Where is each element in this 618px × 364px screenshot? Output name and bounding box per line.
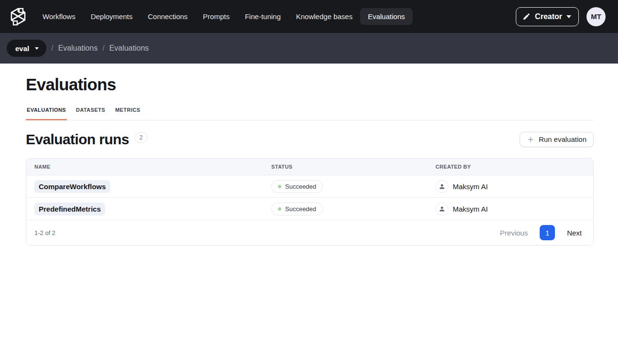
breadcrumb-separator: / [102, 44, 104, 53]
tab-metrics[interactable]: METRICS [114, 107, 141, 120]
created-by-name: Maksym AI [453, 205, 488, 213]
top-navigation-bar: WorkflowsDeploymentsConnectionsPromptsFi… [0, 0, 618, 33]
tab-evaluations[interactable]: EVALUATIONS [26, 107, 67, 120]
table-header-row: NAME STATUS CREATED BY [26, 159, 593, 175]
app-logo-icon[interactable] [7, 5, 30, 28]
status-badge: Succeeded [271, 180, 323, 193]
cell-name: PredefinedMetrics [34, 203, 271, 215]
cell-created-by: Maksym AI [436, 180, 585, 193]
table-row[interactable]: CompareWorkflows Succeeded Maksym AI [26, 175, 593, 198]
status-label: Succeeded [285, 183, 316, 190]
table-body: CompareWorkflows Succeeded Maksym AI Pre… [26, 175, 593, 220]
nav-item-evaluations[interactable]: Evaluations [360, 8, 413, 25]
breadcrumb-separator: / [51, 44, 53, 53]
status-dot-icon [278, 207, 281, 211]
column-header-status[interactable]: STATUS [271, 164, 436, 170]
cell-created-by: Maksym AI [436, 203, 585, 215]
project-selector-label: eval [15, 44, 29, 53]
nav-item-connections[interactable]: Connections [140, 8, 195, 25]
table-row[interactable]: PredefinedMetrics Succeeded Maksym AI [26, 198, 593, 220]
pencil-icon [522, 12, 531, 21]
breadcrumb-item-evaluations[interactable]: Evaluations [58, 44, 98, 53]
breadcrumb-bar: eval / Evaluations / Evaluations [0, 33, 618, 64]
creator-mode-button[interactable]: Creator [516, 7, 579, 26]
section-header: Evaluation runs 2 Run evaluation [26, 131, 594, 147]
project-selector[interactable]: eval [7, 40, 46, 57]
column-header-name[interactable]: NAME [34, 164, 271, 170]
previous-page-button[interactable]: Previous [500, 229, 528, 237]
cell-status: Succeeded [271, 180, 436, 193]
tab-datasets[interactable]: DATASETS [75, 107, 106, 120]
table-footer: 1-2 of 2 Previous 1 Next [26, 220, 593, 245]
nav-item-prompts[interactable]: Prompts [195, 8, 237, 25]
tab-bar: EVALUATIONSDATASETSMETRICS [26, 107, 594, 120]
pagination-range-label: 1-2 of 2 [34, 229, 55, 236]
main-content: Evaluations EVALUATIONSDATASETSMETRICS E… [0, 75, 618, 246]
nav-item-workflows[interactable]: Workflows [35, 8, 83, 25]
nav-item-knowledge-bases[interactable]: Knowledge bases [288, 8, 360, 25]
chevron-down-icon [566, 15, 571, 18]
user-icon [436, 180, 448, 193]
run-count-badge: 2 [135, 132, 148, 143]
evaluation-runs-table: NAME STATUS CREATED BY CompareWorkflows … [26, 158, 594, 246]
pagination-controls: Previous 1 Next [500, 225, 582, 240]
column-header-created-by[interactable]: CREATED BY [436, 164, 585, 170]
nav-item-fine-tuning[interactable]: Fine-tuning [237, 8, 288, 25]
status-dot-icon [278, 185, 281, 188]
next-page-button[interactable]: Next [567, 229, 582, 237]
section-title: Evaluation runs [26, 131, 129, 147]
primary-nav: WorkflowsDeploymentsConnectionsPromptsFi… [35, 8, 516, 25]
run-name-chip[interactable]: PredefinedMetrics [34, 203, 105, 215]
run-evaluation-label: Run evaluation [539, 135, 586, 143]
cell-name: CompareWorkflows [34, 180, 271, 193]
page-title: Evaluations [26, 75, 594, 94]
plus-icon [527, 136, 534, 143]
nav-item-deployments[interactable]: Deployments [83, 8, 140, 25]
page-1-button[interactable]: 1 [540, 225, 555, 240]
user-avatar[interactable]: MT [586, 7, 606, 26]
user-icon [436, 203, 448, 215]
chevron-down-icon [35, 47, 39, 50]
creator-button-label: Creator [535, 12, 562, 21]
created-by-name: Maksym AI [453, 182, 488, 191]
run-name-chip[interactable]: CompareWorkflows [34, 180, 110, 193]
cell-status: Succeeded [271, 203, 436, 215]
breadcrumb-item-evaluations-2[interactable]: Evaluations [109, 44, 149, 53]
run-evaluation-button[interactable]: Run evaluation [520, 132, 594, 147]
status-badge: Succeeded [271, 203, 323, 215]
topnav-right: Creator MT [516, 7, 606, 26]
status-label: Succeeded [285, 205, 316, 213]
